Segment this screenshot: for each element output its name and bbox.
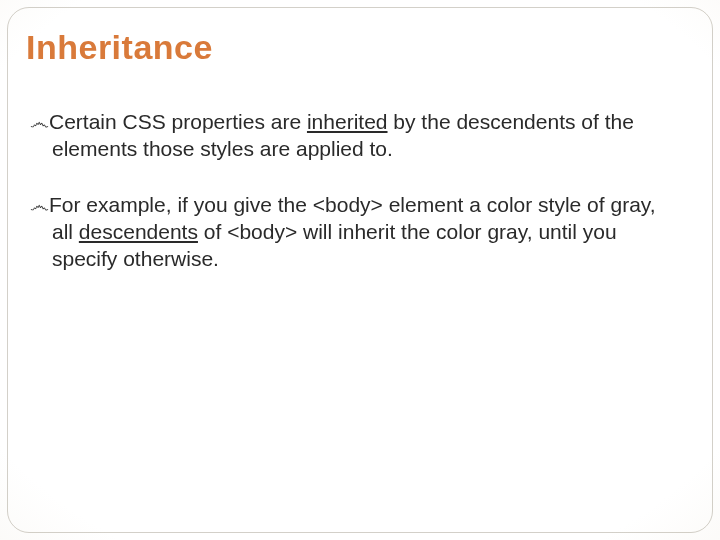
slide-title: Inheritance	[26, 28, 213, 67]
bullet-glyph-icon: ෴	[30, 194, 49, 216]
p1-text-before: Certain CSS properties are	[49, 110, 307, 133]
bullet-paragraph-1: ෴Certain CSS properties are inherited by…	[30, 108, 680, 163]
bullet-glyph-icon: ෴	[30, 111, 49, 133]
slide-body: ෴Certain CSS properties are inherited by…	[30, 108, 680, 300]
p2-underlined-word: descendents	[79, 220, 198, 243]
slide-container: Inheritance ෴Certain CSS properties are …	[0, 0, 720, 540]
bullet-paragraph-2: ෴For example, if you give the <body> ele…	[30, 191, 680, 273]
p1-underlined-word: inherited	[307, 110, 388, 133]
